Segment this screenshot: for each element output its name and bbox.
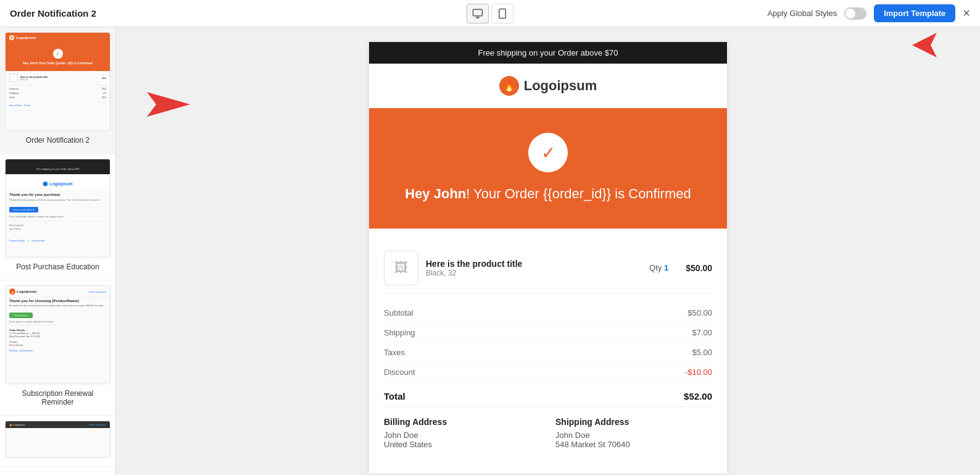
email-body: 🖼 Here is the product title Black, 32 Qt… (369, 229, 727, 474)
email-banner: Free shipping on your Order above $70 (369, 42, 727, 64)
thumb3-footer-links: Privacy Unsubscribe (6, 348, 110, 353)
shipping-value: $7.00 (692, 328, 712, 337)
thumb3-top-link: View in browser (89, 290, 106, 293)
sidebar-item-post-purchase[interactable]: Free shipping on your Order above $70 🔵 … (0, 154, 115, 280)
thumb3-footer: Thanks,[Your Name] (6, 339, 110, 348)
thumb-footer-links: View Order Track (6, 102, 110, 109)
global-styles-toggle[interactable] (844, 7, 866, 20)
thumb-product-price: $50 (102, 77, 106, 80)
thumb-body: Here is the product title Black, 32 $50 … (6, 71, 110, 102)
thumb2-content: Thank you for your purchase Please find … (6, 190, 110, 246)
product-quantity: Qty 1 (649, 263, 668, 272)
thumb2-cta-button: Learn more about it (9, 207, 38, 212)
thumb-product-img (9, 74, 18, 82)
taxes-value: $5.00 (692, 348, 712, 357)
order-totals: Subtotal $50.00 Shipping $7.00 Taxes $5.… (384, 303, 712, 382)
thumb2-footer-links: Privacy Policy | Unsubscribe (9, 233, 106, 244)
thumb3-text-2: If you want to cancel, please let us kno… (6, 320, 110, 324)
thumb2-text-3: Best regards,Your Team (9, 224, 106, 230)
thumb2-banner-text: Free shipping on your Order above $70 (36, 167, 80, 170)
mobile-view-button[interactable] (491, 4, 513, 23)
template-sidebar: 🔥 Logoipsum ✓ Hey John! Your Order {{ord… (0, 27, 116, 475)
billing-title: Billing Address (384, 417, 541, 427)
sidebar-label-post-purchase: Post Purchase Education (5, 261, 110, 275)
shipping-address-line: 548 Market St 70640 (555, 440, 712, 449)
taxes-row: Taxes $5.00 (384, 343, 712, 363)
thumb-total-value: $52 (102, 96, 106, 99)
thumb2-banner: Free shipping on your Order above $70 (6, 159, 110, 174)
thumb-link-1: View Order (9, 104, 22, 107)
thumb-logo-text-1: Logoipsum (16, 36, 36, 40)
main-layout: 🔥 Logoipsum ✓ Hey John! Your Order {{ord… (0, 27, 980, 475)
thumbnail-subscription: 🔥 Logoipsum View in browser Thank you fo… (5, 285, 110, 384)
thumb3-privacy-link: Privacy (9, 349, 17, 352)
banner-text: Free shipping on your Order above $70 (478, 48, 618, 57)
product-title: Here is the product title (426, 259, 632, 269)
logo-text: Logoipsum (524, 78, 597, 94)
thumb-hero-text: Hey John! Your Order {{order_id}} is Con… (9, 61, 106, 65)
thumb-total-row: Total $52 (9, 95, 106, 99)
thumb3-thanks: Thanks,[Your Name] (9, 340, 106, 347)
thumb2-logo: 🔵 Logoipsum (6, 174, 110, 190)
thumb-shipping-row: Shipping $7 (9, 91, 106, 95)
thumbnail-fourth: 🔥 Logoipsum View in browser (5, 421, 110, 458)
thumb-divider-1 (9, 85, 106, 85)
logo-inner: 🔥 Logoipsum (381, 76, 715, 96)
thumb-subtotal-row: Subtotal $50 (9, 86, 106, 91)
svg-rect-0 (473, 9, 483, 16)
product-row: 🖼 Here is the product title Black, 32 Qt… (384, 243, 712, 293)
thumb-subtotal-value: $50 (102, 87, 106, 90)
thumbnail-post-purchase: Free shipping on your Order above $70 🔵 … (5, 159, 110, 258)
email-preview-area: Free shipping on your Order above $70 🔥 … (116, 27, 980, 475)
billing-address: Billing Address John Doe United States (384, 417, 541, 449)
shipping-label: Shipping (384, 328, 415, 337)
hero-checkmark: ✓ (528, 133, 568, 172)
thumb3-unsubscribe-link: Unsubscribe (19, 349, 33, 352)
total-final-row: Total $52.00 (384, 382, 712, 406)
thumb2-title: Thank you for your purchase (9, 193, 106, 196)
close-button[interactable]: × (963, 6, 970, 20)
subtotal-row: Subtotal $50.00 (384, 303, 712, 323)
thumb2-separator: | (28, 239, 30, 242)
shipping-title: Shipping Address (555, 417, 712, 427)
thumb3-divider (9, 325, 106, 326)
topbar-left: Order Notification 2 (10, 8, 96, 19)
discount-value: -$10.00 (685, 368, 712, 377)
thumb2-link-privacy: Privacy Policy (9, 239, 25, 242)
thumb3-details: Order Details 1 x ProductName — $50.00 N… (6, 327, 110, 339)
global-styles-label: Apply Global Styles (767, 9, 837, 18)
shipping-row: Shipping $7.00 (384, 323, 712, 343)
thumb3-logo: 🔥 Logoipsum View in browser (6, 286, 110, 297)
discount-label: Discount (384, 368, 415, 377)
content-wrapper: Free shipping on your Order above $70 🔥 … (116, 27, 980, 475)
thumb4-top: 🔥 Logoipsum View in browser (6, 421, 110, 428)
total-final-value: $52.00 (684, 391, 712, 401)
thumb-shipping-label: Shipping (9, 91, 19, 95)
desktop-view-button[interactable] (467, 4, 489, 23)
thumb-check-circle: ✓ (53, 49, 63, 59)
thumb-shipping-value: $7 (104, 91, 106, 95)
topbar: Order Notification 2 Apply Global Styles… (0, 0, 980, 27)
address-section: Billing Address John Doe United States S… (384, 406, 712, 459)
thumb-product-row: Here is the product title Black, 32 $50 (9, 74, 106, 82)
billing-name: John Doe (384, 431, 541, 440)
thumb3-logo-text: Logoipsum (17, 290, 36, 293)
sidebar-item-fourth[interactable]: 🔥 Logoipsum View in browser (0, 416, 115, 467)
hero-text: Hey John! Your Order {{order_id}} is Con… (381, 185, 715, 204)
hero-name: Hey John (405, 186, 466, 201)
sidebar-item-subscription[interactable]: 🔥 Logoipsum View in browser Thank you fo… (0, 280, 115, 416)
import-template-button[interactable]: Import Template (874, 4, 955, 22)
thumb-subtotal-label: Subtotal (9, 87, 19, 90)
shipping-name: John Doe (555, 431, 712, 440)
discount-row: Discount -$10.00 (384, 363, 712, 382)
sidebar-item-order-notification-2[interactable]: 🔥 Logoipsum ✓ Hey John! Your Order {{ord… (0, 27, 115, 154)
taxes-label: Taxes (384, 348, 405, 357)
total-final-label: Total (384, 391, 405, 401)
product-info: Here is the product title Black, 32 (426, 259, 632, 277)
sidebar-label-order-notification-2: Order Notification 2 (5, 135, 110, 148)
thumb-total-label: Total (9, 96, 14, 99)
thumb-link-2: Track (24, 104, 30, 107)
thumb-logo-icon: 🔥 (9, 35, 14, 40)
thumb4-top-view-link: View in browser (89, 423, 106, 426)
thumb-product-info: Here is the product title Black, 32 (20, 75, 99, 81)
